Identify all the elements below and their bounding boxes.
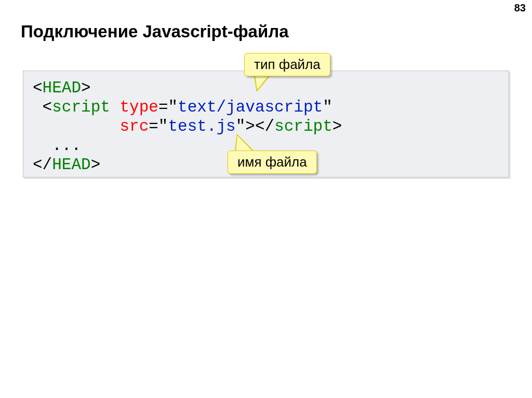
attr-src: src: [119, 117, 149, 135]
indent: [33, 136, 52, 155]
bracket: <: [33, 79, 43, 97]
callout-file-name: имя файла: [228, 150, 317, 174]
bracket: <: [43, 98, 52, 116]
attr-type: type: [119, 98, 158, 116]
val-type: text/javascript: [178, 98, 323, 116]
slide: 83 Подключение Javascript-файла <HEAD> <…: [0, 0, 532, 398]
val-src: test.js: [168, 117, 235, 135]
callout-tail: [236, 135, 253, 152]
page-number: 83: [514, 2, 526, 14]
bracket: </: [33, 156, 52, 174]
punct: ": [323, 98, 332, 116]
space: [110, 98, 120, 116]
bracket: >: [81, 79, 91, 97]
punct: =": [158, 98, 178, 116]
slide-title: Подключение Javascript-файла: [21, 22, 289, 42]
tag-script-close: script: [274, 117, 332, 135]
indent: [33, 98, 43, 116]
bracket: ></: [245, 117, 274, 135]
punct: =": [149, 117, 168, 135]
callout-file-type: тип файла: [244, 53, 330, 76]
tag-head-close: HEAD: [52, 156, 90, 174]
tag-script: script: [52, 98, 110, 116]
ellipsis: ...: [52, 136, 81, 155]
indent: [33, 117, 119, 135]
punct: ": [236, 117, 246, 135]
bracket: >: [332, 117, 342, 135]
bracket: >: [91, 156, 101, 174]
tag-head-open: HEAD: [43, 79, 81, 97]
